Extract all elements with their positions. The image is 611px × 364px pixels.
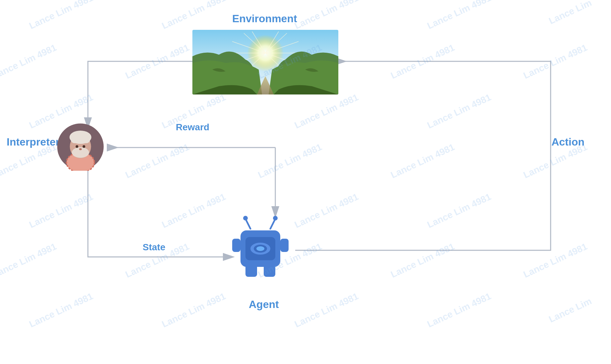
environment-image xyxy=(192,30,338,94)
svg-rect-41 xyxy=(245,264,257,277)
svg-point-31 xyxy=(243,216,248,220)
svg-rect-39 xyxy=(232,239,240,252)
svg-point-29 xyxy=(79,148,82,150)
interpreter-label: Interpreter xyxy=(7,136,60,148)
svg-rect-40 xyxy=(280,239,289,252)
svg-point-38 xyxy=(256,246,264,251)
reward-label: Reward xyxy=(176,122,209,133)
svg-point-28 xyxy=(83,145,85,148)
state-label: State xyxy=(143,242,165,253)
svg-point-27 xyxy=(76,145,78,148)
person-avatar xyxy=(56,123,104,171)
diagram-container: Lance Lim 4981 Lance Lim 4981 Lance Lim … xyxy=(0,0,611,364)
action-label: Action xyxy=(551,136,584,148)
environment-label: Environment xyxy=(232,13,297,25)
agent-label: Agent xyxy=(249,298,279,311)
svg-point-25 xyxy=(82,135,90,143)
robot-avatar xyxy=(226,212,295,285)
svg-rect-42 xyxy=(264,264,275,277)
svg-point-33 xyxy=(273,216,278,220)
